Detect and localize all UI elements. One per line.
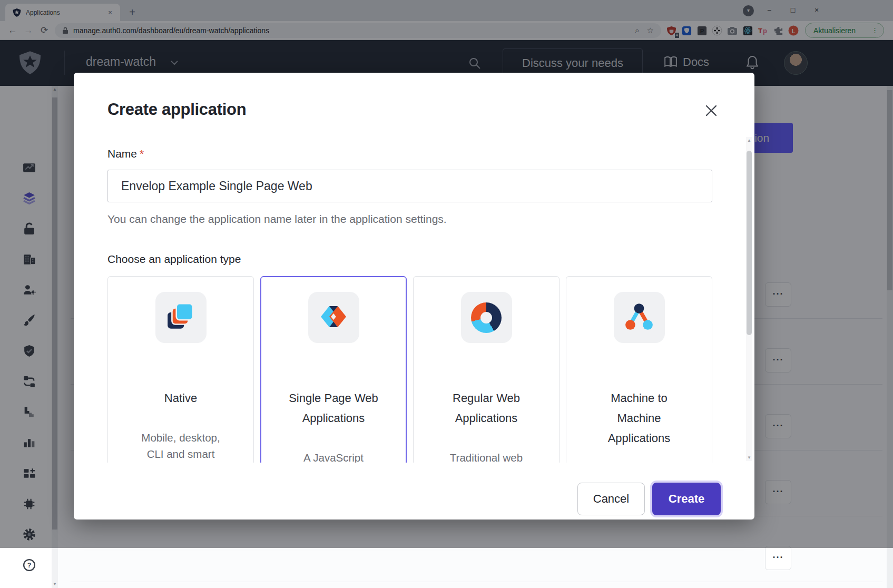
scroll-up-icon[interactable]: ▲: [746, 137, 752, 144]
modal-scrollbar[interactable]: ▲ ▼: [746, 137, 752, 461]
create-button[interactable]: Create: [652, 483, 721, 515]
card-title: Regular WebApplications: [414, 388, 559, 428]
choose-type-label: Choose an application type: [107, 253, 712, 266]
native-icon-tile: [155, 292, 207, 343]
scroll-down-icon[interactable]: ▼: [52, 581, 58, 588]
machine-to-machine-icon: [624, 301, 654, 334]
create-application-modal: Create application Name* You can change …: [74, 73, 754, 520]
name-helper-text: You can change the application name late…: [107, 213, 712, 226]
scroll-down-icon[interactable]: ▼: [746, 454, 752, 461]
application-name-input[interactable]: [107, 170, 712, 202]
sidebar-item-help[interactable]: ?: [15, 558, 43, 574]
card-title: Native: [108, 388, 253, 408]
modal-scrollbar-thumb[interactable]: [747, 151, 752, 335]
regular-web-icon: [471, 302, 502, 333]
application-type-card-spa[interactable]: Single Page WebApplicationsA JavaScript: [260, 276, 407, 463]
name-label: Name*: [107, 148, 712, 160]
card-title: Single Page WebApplications: [261, 388, 406, 428]
card-title: Machine toMachineApplications: [566, 388, 712, 448]
application-type-card-machine-to-machine[interactable]: Machine toMachineApplications: [566, 276, 712, 463]
row-separator: [71, 582, 882, 582]
cancel-button[interactable]: Cancel: [577, 483, 645, 515]
regular-web-icon: [471, 302, 502, 333]
close-icon[interactable]: [704, 103, 719, 118]
required-asterisk: *: [140, 148, 144, 160]
application-type-card-native[interactable]: NativeMobile, desktop,CLI and smart: [107, 276, 254, 463]
application-type-card-regular-web[interactable]: Regular WebApplicationsTraditional web: [413, 276, 560, 463]
spa-icon-tile: [308, 292, 359, 343]
card-description: A JavaScript: [261, 449, 406, 463]
row-menu-button[interactable]: ···: [765, 546, 791, 570]
regular-web-icon-tile: [461, 292, 512, 343]
modal-scroll-area: Name* You can change the application nam…: [74, 135, 754, 463]
card-description: Traditional web: [414, 449, 559, 463]
help-icon: ?: [22, 558, 36, 574]
application-type-cards: NativeMobile, desktop,CLI and smartSingl…: [107, 276, 712, 463]
card-description: Mobile, desktop,CLI and smart: [108, 429, 253, 462]
spa-icon: [318, 302, 349, 334]
modal-title: Create application: [107, 100, 246, 119]
svg-text:?: ?: [27, 562, 31, 569]
machine-to-machine-icon-tile: [614, 292, 665, 343]
native-icon: [165, 301, 196, 334]
